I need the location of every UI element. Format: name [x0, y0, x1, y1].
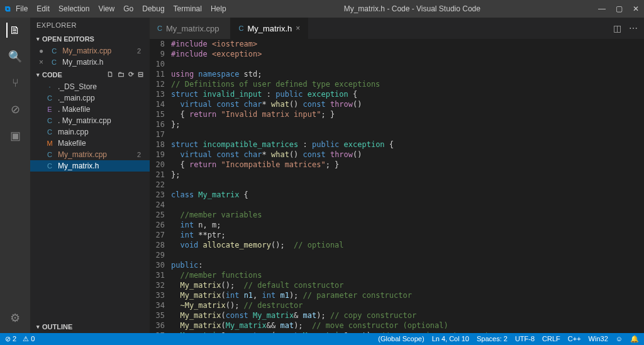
logo-icon: ⧉ — [5, 4, 11, 13]
menu-debug[interactable]: Debug — [142, 4, 164, 13]
maximize-icon[interactable]: ▢ — [616, 4, 623, 13]
code-lines[interactable]: #include <iostream>#include <exception> … — [171, 39, 609, 333]
menu-file[interactable]: File — [16, 4, 28, 13]
sidebar: EXPLORER OPEN EDITORS ●CMy_matrix.cpp2×C… — [30, 18, 150, 333]
file-item[interactable]: CMy_matrix.h — [30, 160, 150, 172]
statusbar: ⊘ 2⚠ 0 (Global Scope)Ln 4, Col 10Spaces:… — [0, 333, 644, 345]
menu-help[interactable]: Help — [211, 4, 226, 13]
collapse-icon[interactable]: ⊟ — [138, 70, 143, 79]
status-item[interactable]: CRLF — [542, 335, 560, 343]
open-editors-header[interactable]: OPEN EDITORS — [30, 33, 150, 45]
status-item[interactable]: ⊘ 2 — [5, 335, 16, 343]
menu-edit[interactable]: Edit — [36, 4, 50, 13]
extensions-icon[interactable]: ▣ — [8, 128, 23, 143]
status-item[interactable]: C++ — [568, 335, 581, 343]
tab-actions: ◫ ⋯ — [607, 18, 644, 39]
code-section-header[interactable]: CODE 🗋 🗀 ⟳ ⊟ — [30, 68, 150, 81]
menu-bar: FileEditSelectionViewGoDebugTerminalHelp — [16, 4, 226, 13]
activitybar: 🗎 🔍 ⑂ ⊘ ▣ ⚙ — [0, 18, 30, 333]
menu-view[interactable]: View — [98, 4, 114, 13]
code-area[interactable]: 8910111213141516171819202122232425262728… — [150, 39, 644, 333]
file-item[interactable]: C. My_matrix.cpp — [30, 115, 150, 126]
more-icon[interactable]: ⋯ — [629, 23, 638, 33]
gear-icon[interactable]: ⚙ — [8, 310, 23, 326]
file-item[interactable]: ·._DS_Store — [30, 81, 150, 92]
minimap[interactable] — [609, 39, 644, 333]
file-item[interactable]: C._main.cpp — [30, 92, 150, 104]
search-icon[interactable]: 🔍 — [8, 49, 23, 64]
status-item[interactable]: 🔔 — [630, 335, 639, 343]
gutter: 8910111213141516171819202122232425262728… — [150, 39, 171, 333]
menu-terminal[interactable]: Terminal — [174, 4, 202, 13]
sidebar-title: EXPLORER — [30, 18, 150, 33]
status-item[interactable]: UTF-8 — [515, 335, 535, 343]
minimize-icon[interactable]: — — [598, 4, 606, 13]
tab-close-icon[interactable]: × — [296, 24, 300, 33]
code-section-toolbar: 🗋 🗀 ⟳ ⊟ — [107, 70, 143, 79]
status-item[interactable]: Win32 — [589, 335, 608, 343]
code-section-label: CODE — [42, 71, 62, 79]
split-editor-icon[interactable]: ◫ — [613, 23, 621, 33]
tabs: CMy_matrix.cppCMy_matrix.h× ◫ ⋯ — [150, 18, 644, 39]
open-editor-item[interactable]: ×CMy_matrix.h — [30, 57, 150, 68]
file-item[interactable]: MMakefile — [30, 138, 150, 149]
menu-go[interactable]: Go — [123, 4, 133, 13]
explorer-icon[interactable]: 🗎 — [6, 23, 21, 38]
status-item[interactable]: Spaces: 2 — [477, 335, 508, 343]
tab[interactable]: CMy_matrix.cpp — [150, 18, 231, 39]
editor: CMy_matrix.cppCMy_matrix.h× ◫ ⋯ 89101112… — [150, 18, 644, 333]
outline-header[interactable]: OUTLINE — [30, 320, 150, 333]
file-item[interactable]: Cmain.cpp — [30, 126, 150, 138]
close-icon[interactable]: ✕ — [633, 4, 639, 13]
refresh-icon[interactable]: ⟳ — [128, 70, 134, 79]
new-file-icon[interactable]: 🗋 — [107, 70, 114, 79]
open-editor-item[interactable]: ●CMy_matrix.cpp2 — [30, 45, 150, 57]
status-item[interactable]: (Global Scope) — [378, 335, 424, 343]
window-controls: — ▢ ✕ — [598, 4, 639, 13]
tab[interactable]: CMy_matrix.h× — [231, 18, 308, 39]
file-item[interactable]: E. Makefile — [30, 104, 150, 115]
status-item[interactable]: ⚠ 0 — [23, 335, 35, 343]
titlebar: ⧉ FileEditSelectionViewGoDebugTerminalHe… — [0, 0, 644, 18]
status-item[interactable]: ☺ — [616, 335, 623, 343]
file-item[interactable]: CMy_matrix.cpp2 — [30, 149, 150, 160]
scm-icon[interactable]: ⑂ — [8, 75, 23, 90]
window-title: My_matrix.h - Code - Visual Studio Code — [226, 4, 598, 13]
status-item[interactable]: Ln 4, Col 10 — [432, 335, 469, 343]
menu-selection[interactable]: Selection — [58, 4, 89, 13]
new-folder-icon[interactable]: 🗀 — [118, 70, 125, 79]
debug-icon[interactable]: ⊘ — [8, 102, 23, 117]
